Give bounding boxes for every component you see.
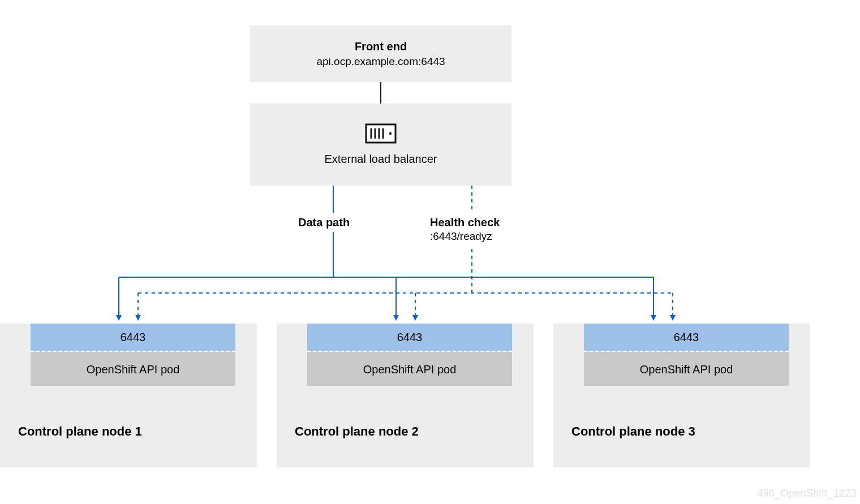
load-balancer-box: External load balancer (250, 104, 511, 186)
watermark: 496_OpenShift_1223 (757, 488, 857, 499)
control-plane-node-2: 6443 OpenShift API pod Control plane nod… (277, 324, 534, 467)
node2-title: Control plane node 2 (295, 424, 419, 439)
node3-title: Control plane node 3 (571, 424, 695, 439)
node2-port: 6443 (307, 324, 512, 351)
node3-port: 6443 (584, 324, 789, 351)
frontend-title: Front end (355, 40, 407, 53)
health-check-label: Health check :6443/readyz (430, 216, 500, 243)
svg-point-5 (389, 132, 392, 135)
load-balancer-label: External load balancer (324, 153, 437, 166)
control-plane-node-1: 6443 OpenShift API pod Control plane nod… (0, 324, 257, 467)
node2-pod: OpenShift API pod (307, 351, 512, 386)
health-check-subtitle: :6443/readyz (430, 230, 500, 243)
node1-port: 6443 (31, 324, 235, 351)
frontend-box: Front end api.ocp.example.com:6443 (250, 25, 511, 82)
data-path-title: Data path (298, 216, 350, 229)
control-plane-node-3: 6443 OpenShift API pod Control plane nod… (553, 324, 810, 467)
frontend-subtitle: api.ocp.example.com:6443 (316, 55, 445, 68)
health-check-title: Health check (430, 216, 500, 229)
node3-pod: OpenShift API pod (584, 351, 789, 386)
node1-title: Control plane node 1 (18, 424, 142, 439)
data-path-label: Data path (298, 216, 350, 229)
node1-pod: OpenShift API pod (31, 351, 235, 386)
load-balancer-icon (365, 123, 397, 146)
